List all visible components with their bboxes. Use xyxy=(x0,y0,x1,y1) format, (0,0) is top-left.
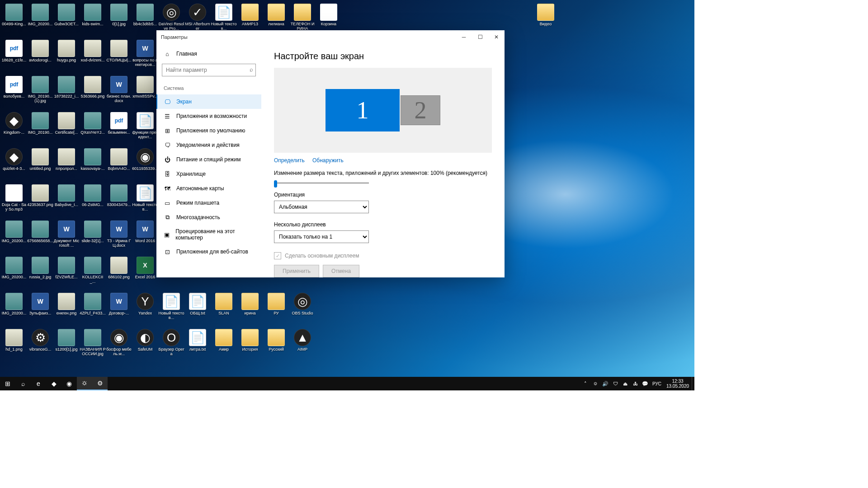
sidebar-item-4[interactable]: ⏻Питание и спящий режим xyxy=(156,152,261,167)
desktop-icon[interactable]: СТОЛИЦЫ|... xyxy=(106,40,132,62)
desktop-icon[interactable]: bb4c3d6b5... xyxy=(132,4,158,26)
minimize-button[interactable]: ─ xyxy=(456,30,472,44)
desktop-icon[interactable]: pdfбезымянн... xyxy=(106,112,132,135)
desktop-icon[interactable]: YYandex xyxy=(132,293,158,315)
desktop-icon[interactable]: 📄функции президент... xyxy=(132,112,158,139)
sidebar-item-6[interactable]: 🗺Автономные карты xyxy=(156,181,261,196)
desktop-icon[interactable]: ◎OBS Studio xyxy=(289,293,316,315)
desktop-icon[interactable]: 0[1].jpg xyxy=(106,4,132,26)
sidebar-item-1[interactable]: ☰Приложения и возможности xyxy=(156,109,261,123)
taskbar-steam[interactable]: ⛭ xyxy=(77,377,92,390)
desktop-icon[interactable]: лилиана xyxy=(263,4,289,26)
desktop-icon[interactable]: Видео xyxy=(533,4,559,26)
desktop-icon[interactable]: ◎DaVinci Resolve Pro... xyxy=(158,4,184,31)
taskbar-settings[interactable]: ⚙ xyxy=(92,377,108,390)
desktop-icon[interactable]: IMG_20190... (1).jpg xyxy=(27,76,53,103)
show-desktop-button[interactable] xyxy=(692,377,694,390)
desktop-icon[interactable]: WWord 2016 xyxy=(132,221,158,243)
desktop-icon[interactable]: 📄ОБЩ.txt xyxy=(184,293,211,315)
desktop-icon[interactable]: Wбизнес план.docx xyxy=(106,76,132,103)
sidebar-item-7[interactable]: ▭Режим планшета xyxy=(156,196,261,210)
sidebar-item-5[interactable]: 🗄Хранилище xyxy=(156,167,261,181)
desktop-icon[interactable]: 📄Новый текстов... xyxy=(211,4,237,31)
close-button[interactable]: ✕ xyxy=(488,30,505,44)
taskbar-start[interactable]: ⊞ xyxy=(0,377,15,390)
desktop-icon[interactable]: BqbmA4O... xyxy=(106,148,132,171)
desktop-icon[interactable]: KOLLEKCII_... xyxy=(80,257,106,284)
desktop-icon[interactable]: 686102.png xyxy=(106,257,132,279)
desktop-icon[interactable]: Certificate[... xyxy=(53,112,80,135)
tray-network[interactable]: 🖧 xyxy=(630,377,640,390)
desktop-icon[interactable]: 42353637.png xyxy=(27,184,53,207)
desktop-icon[interactable]: ТЕЛЕФОН ИРИНА xyxy=(289,4,316,31)
desktop-icon[interactable]: 06-ZstMG... xyxy=(80,184,106,207)
monitor-2[interactable]: 2 xyxy=(401,95,440,125)
tray-defender[interactable]: 🛡 xyxy=(610,377,620,390)
desktop-icon[interactable]: russia_2.jpg xyxy=(27,257,53,279)
clock[interactable]: 12:33 13.05.2020 xyxy=(664,377,692,390)
desktop-icon[interactable]: huygu.png xyxy=(53,40,80,62)
desktop-icon[interactable]: 5363666.png xyxy=(80,76,106,99)
language-indicator[interactable]: РУС xyxy=(650,377,664,390)
taskbar-edge[interactable]: e xyxy=(31,377,46,390)
desktop-icon[interactable]: 4ZPLf_P433... xyxy=(80,293,106,315)
desktop-icon[interactable]: IMG_20200... xyxy=(27,4,53,26)
desktop-icon[interactable]: Русский xyxy=(263,329,289,352)
sidebar-item-8[interactable]: ⧉Многозадачность xyxy=(156,210,261,225)
desktop-icon[interactable]: QXaVHeYJ... xyxy=(80,112,106,135)
desktop-icon[interactable]: IMG_20200... xyxy=(1,257,27,279)
desktop-icon[interactable]: hd_1.png xyxy=(1,329,27,352)
desktop-icon[interactable]: 📄литра.txt xyxy=(184,329,211,352)
desktop-icon[interactable]: kids-swim... xyxy=(80,4,106,26)
tray-volume[interactable]: 🔊 xyxy=(600,377,610,390)
orientation-select[interactable]: Альбомная xyxy=(274,201,369,213)
desktop-icon[interactable]: fZVZWfLE... xyxy=(53,257,80,279)
desktop-icon[interactable]: ✓MSI Afterburner xyxy=(184,4,211,31)
identify-link[interactable]: Определить xyxy=(274,157,305,164)
desktop-icon[interactable]: ⚙vibranceG... xyxy=(27,329,53,352)
desktop-icon[interactable]: pdf18628_c1fe... xyxy=(1,40,27,62)
desktop-icon[interactable]: ◆quizlet-4-3... xyxy=(1,148,27,171)
scaling-slider[interactable] xyxy=(274,179,369,187)
desktop-icon[interactable]: s1200[1].jpg xyxy=(53,329,80,352)
desktop-icon[interactable]: Wвопросы по анкетиров... xyxy=(132,40,158,67)
desktop-icon[interactable]: avtodorogi... xyxy=(27,40,53,62)
desktop-icon[interactable]: енкген.png xyxy=(53,293,80,315)
desktop-icon[interactable]: slide-32[1]... xyxy=(80,221,106,243)
desktop[interactable]: 00499-King...IMG_20200...Gubw3OET...kids… xyxy=(0,0,694,390)
desktop-icon[interactable]: IMG_20190... xyxy=(27,112,53,135)
multidisplay-select[interactable]: Показать только на 1 xyxy=(274,230,369,243)
desktop-icon[interactable]: SLAN xyxy=(211,293,237,315)
desktop-icon[interactable]: ◐SafeUM xyxy=(132,329,158,352)
desktop-icon[interactable]: WДоговор-... xyxy=(106,293,132,315)
desktop-icon[interactable]: ◉6011935339... xyxy=(132,148,158,171)
desktop-icon[interactable]: плролрол... xyxy=(53,148,80,171)
desktop-icon[interactable]: XExcel 2016 xyxy=(132,257,158,279)
desktop-icon[interactable]: История xyxy=(237,329,263,352)
desktop-icon[interactable]: OБраузер Opera xyxy=(158,329,184,356)
tray-usb[interactable]: ⏏ xyxy=(620,377,630,390)
desktop-icon[interactable]: ▲AIMP xyxy=(289,329,316,352)
desktop-icon[interactable]: 📄Новый текстов... xyxy=(158,293,184,320)
tray-steam-tray[interactable]: ⛭ xyxy=(590,377,600,390)
display-arrangement[interactable]: 1 2 xyxy=(274,68,492,153)
sidebar-item-9[interactable]: ▣Проецирование на этот компьютер xyxy=(156,225,261,244)
tray-action[interactable]: 💬 xyxy=(640,377,650,390)
tray-up[interactable]: ˄ xyxy=(580,377,590,390)
desktop-icon[interactable]: WДокумент Microsoft ... xyxy=(53,221,80,248)
desktop-icon[interactable]: ♪Doja Cat - Say So.mp3 xyxy=(1,184,27,211)
desktop-icon[interactable]: Babydive_I... xyxy=(53,184,80,207)
monitor-1[interactable]: 1 xyxy=(326,89,400,131)
desktop-icon[interactable]: IMG_20200... xyxy=(1,293,27,315)
maximize-button[interactable]: ☐ xyxy=(472,30,488,44)
content-scrollbar[interactable] xyxy=(502,44,505,277)
desktop-icon[interactable]: Амир xyxy=(211,329,237,352)
detect-link[interactable]: Обнаружить xyxy=(312,157,344,164)
desktop-icon[interactable]: 6756865658... xyxy=(27,221,53,243)
desktop-icon[interactable]: ◆Kingdom-... xyxy=(1,112,27,135)
desktop-icon[interactable]: Gubw3OET... xyxy=(53,4,80,26)
desktop-icon[interactable]: WТЗ - Ирина ГЦ.docx xyxy=(106,221,132,248)
desktop-icon[interactable]: 00499-King... xyxy=(1,4,27,26)
desktop-icon[interactable]: pdfволобуев... xyxy=(1,76,27,99)
sidebar-item-3[interactable]: 🗨Уведомления и действия xyxy=(156,138,261,152)
